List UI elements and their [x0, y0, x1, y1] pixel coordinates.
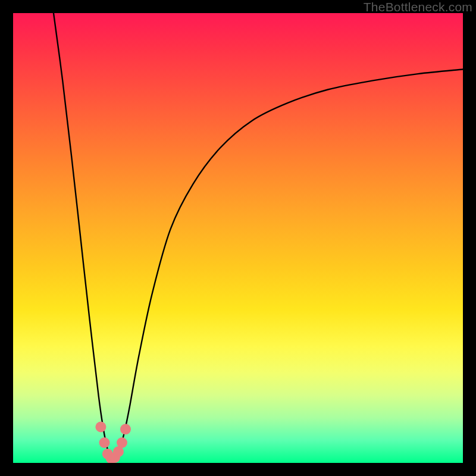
chart-plot-area [13, 13, 463, 463]
trough-marker-dot [117, 437, 127, 448]
trough-marker-dot [99, 437, 110, 448]
bottleneck-curve-svg [13, 13, 463, 463]
trough-marker-dot [120, 424, 131, 434]
watermark-text: TheBottleneck.com [364, 0, 472, 14]
bottleneck-curve-path [54, 13, 463, 459]
trough-marker-group [95, 422, 131, 464]
trough-marker-dot [95, 422, 106, 433]
